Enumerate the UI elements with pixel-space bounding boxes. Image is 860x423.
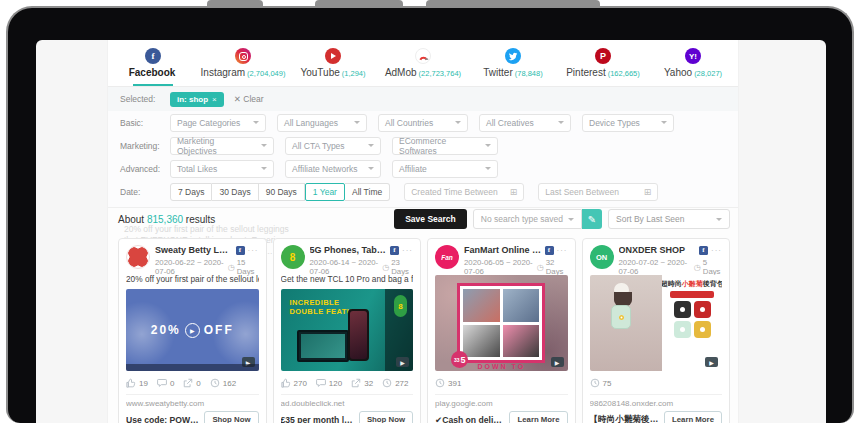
affiliate-dropdown[interactable]: Affiliate bbox=[392, 160, 498, 178]
tab-admob[interactable]: AdMob(22,723,764) bbox=[378, 40, 468, 86]
share-count: 0 bbox=[196, 379, 200, 388]
ad-creative-image[interactable]: Incredible Double Feature 8 ▶ bbox=[281, 289, 414, 371]
advertiser-name[interactable]: FanMart Online Shopping - F... bbox=[464, 245, 542, 255]
cta-button[interactable]: Shop Now bbox=[204, 411, 258, 423]
ad-creative-image[interactable]: 超時尚小雛菊後背包 ▶ bbox=[590, 275, 723, 371]
ad-stats: 75 bbox=[590, 377, 723, 389]
creatives-dropdown[interactable]: All Creatives bbox=[479, 114, 571, 132]
facebook-icon: f bbox=[145, 48, 161, 64]
tab-label: AdMob bbox=[385, 67, 417, 78]
advertiser-avatar: Fan bbox=[435, 245, 459, 269]
tv-graphic bbox=[297, 330, 349, 362]
ad-creative-image[interactable]: 335 DOWN TO ▶ bbox=[435, 275, 568, 371]
remove-chip-icon[interactable]: × bbox=[212, 95, 217, 104]
created-time-input[interactable]: Created Time Between⊞ bbox=[404, 183, 524, 201]
tab-label: Twitter bbox=[483, 67, 512, 78]
video-icon: ▶ bbox=[396, 357, 409, 367]
chevron-down-icon bbox=[568, 218, 574, 221]
cta-button[interactable]: Learn More bbox=[664, 411, 722, 423]
date-range-1-year[interactable]: 1 Year bbox=[305, 183, 345, 201]
tab-instagram[interactable]: Instagram(2,704,049) bbox=[198, 40, 288, 86]
main-container: f Facebook Instagram(2,704,049) YouTube(… bbox=[108, 40, 738, 423]
chevron-down-icon bbox=[485, 144, 491, 147]
tab-count: (22,723,764) bbox=[419, 69, 462, 78]
edit-saved-search-button[interactable]: ✎ bbox=[582, 209, 602, 229]
affiliate-networks-dropdown[interactable]: Affiliate Networks bbox=[285, 160, 381, 178]
cta-button[interactable]: Learn More bbox=[509, 411, 567, 423]
tab-pinterest[interactable]: P Pinterest(162,665) bbox=[558, 40, 648, 86]
clear-filters-link[interactable]: ✕ Clear bbox=[234, 94, 264, 104]
heat-count: 391 bbox=[448, 379, 461, 388]
play-icon[interactable]: ▶ bbox=[185, 323, 200, 338]
ad-card[interactable]: ON ONXDER SHOP f ··· 2020-07-02 ~ 2020-0… bbox=[582, 238, 731, 423]
ad-duration: 32 Days bbox=[546, 258, 568, 276]
tab-twitter[interactable]: Twitter(78,848) bbox=[468, 40, 558, 86]
saved-search-select[interactable]: No search type saved bbox=[473, 209, 582, 229]
product-grid bbox=[674, 301, 711, 338]
more-menu-icon[interactable]: ··· bbox=[557, 246, 568, 255]
ad-title: £35 per month | £30 upfront | ... bbox=[281, 415, 355, 423]
chevron-down-icon bbox=[661, 121, 667, 124]
ecommerce-softwares-dropdown[interactable]: ECommerce Softwares bbox=[392, 137, 498, 155]
ad-domain[interactable]: www.sweatybetty.com bbox=[126, 399, 259, 408]
date-filter-row: Date: 7 Days 30 Days 90 Days 1 Year All … bbox=[108, 180, 738, 203]
last-seen-input[interactable]: Last Seen Between⊞ bbox=[538, 183, 658, 201]
advertiser-name[interactable]: ONXDER SHOP bbox=[619, 245, 697, 255]
more-menu-icon[interactable]: ··· bbox=[248, 246, 259, 255]
ad-domain[interactable]: ad.doubleclick.net bbox=[281, 399, 414, 408]
more-menu-icon[interactable]: ··· bbox=[711, 246, 722, 255]
twitter-icon bbox=[505, 48, 521, 64]
date-range-7-days[interactable]: 7 Days bbox=[170, 183, 212, 201]
date-range-30-days[interactable]: 30 Days bbox=[212, 183, 258, 201]
cta-button[interactable]: Shop Now bbox=[359, 411, 413, 423]
date-range-all-time[interactable]: All Time bbox=[345, 183, 390, 201]
filter-chip-in-shop[interactable]: in: shop × bbox=[170, 92, 224, 107]
ad-domain[interactable]: 986208148.onxder.com bbox=[590, 399, 723, 408]
basic-label: Basic: bbox=[120, 118, 170, 128]
ad-domain[interactable]: play.google.com bbox=[435, 399, 568, 408]
selected-filters-row: Selected: in: shop × ✕ Clear bbox=[108, 87, 738, 111]
sort-select[interactable]: Sort By Last Seen bbox=[608, 209, 730, 229]
clock-icon: ◷ bbox=[694, 263, 701, 272]
ad-card[interactable]: Fan FanMart Online Shopping - F... f ···… bbox=[427, 238, 576, 423]
marketing-objectives-dropdown[interactable]: Marketing Objectives bbox=[170, 137, 274, 155]
chevron-down-icon bbox=[485, 167, 491, 170]
advertiser-avatar: 8 bbox=[281, 245, 305, 269]
advertiser-avatar bbox=[126, 245, 150, 269]
advertiser-name[interactable]: Sweaty Betty London | Wom... bbox=[155, 245, 233, 255]
instagram-icon bbox=[235, 48, 251, 64]
device-types-dropdown[interactable]: Device Types bbox=[582, 114, 674, 132]
ad-duration: 5 Days bbox=[703, 258, 722, 276]
languages-dropdown[interactable]: All Languages bbox=[277, 114, 367, 132]
clock-icon: ◷ bbox=[228, 263, 235, 272]
ad-creative-image[interactable]: 20% ▶ OFF ▶ bbox=[126, 289, 259, 371]
tab-count: (1,294) bbox=[342, 69, 366, 78]
model-photo bbox=[590, 275, 663, 371]
video-icon: ▶ bbox=[705, 357, 718, 367]
yahoo-icon: Y! bbox=[685, 48, 701, 64]
marketing-filter-row: Marketing: Marketing Objectives All CTA … bbox=[108, 134, 738, 157]
page-categories-dropdown[interactable]: Page Categories bbox=[170, 114, 266, 132]
save-search-button[interactable]: Save Search bbox=[394, 209, 467, 229]
tab-youtube[interactable]: YouTube(1,294) bbox=[288, 40, 378, 86]
total-likes-dropdown[interactable]: Total Likes bbox=[170, 160, 274, 178]
video-icon: ▶ bbox=[551, 357, 564, 367]
chevron-down-icon bbox=[455, 121, 461, 124]
creative-text: 超時尚小雛菊後背包 bbox=[661, 279, 722, 289]
tab-yahoo[interactable]: Y! Yahoo(28,027) bbox=[648, 40, 738, 86]
clear-x-icon: ✕ bbox=[234, 94, 241, 104]
advertiser-name[interactable]: 5G Phones, Tablets & SIMs | ... bbox=[310, 245, 388, 255]
date-range-90-days[interactable]: 90 Days bbox=[259, 183, 305, 201]
pencil-icon: ✎ bbox=[588, 214, 596, 225]
cta-types-dropdown[interactable]: All CTA Types bbox=[285, 137, 381, 155]
more-menu-icon[interactable]: ··· bbox=[402, 246, 413, 255]
ad-card[interactable]: Sweaty Betty London | Wom... f ··· 2020-… bbox=[118, 238, 267, 423]
ad-card[interactable]: 8 5G Phones, Tablets & SIMs | ... f ··· … bbox=[273, 238, 422, 423]
countries-dropdown[interactable]: All Countries bbox=[378, 114, 468, 132]
filter-panel: Selected: in: shop × ✕ Clear Basic: Page… bbox=[108, 87, 738, 208]
results-number: 815,360 bbox=[147, 214, 183, 225]
chevron-down-icon bbox=[368, 167, 374, 170]
pinterest-icon: P bbox=[595, 48, 611, 64]
comment-count: 0 bbox=[170, 379, 174, 388]
tab-facebook[interactable]: f Facebook bbox=[108, 40, 198, 86]
